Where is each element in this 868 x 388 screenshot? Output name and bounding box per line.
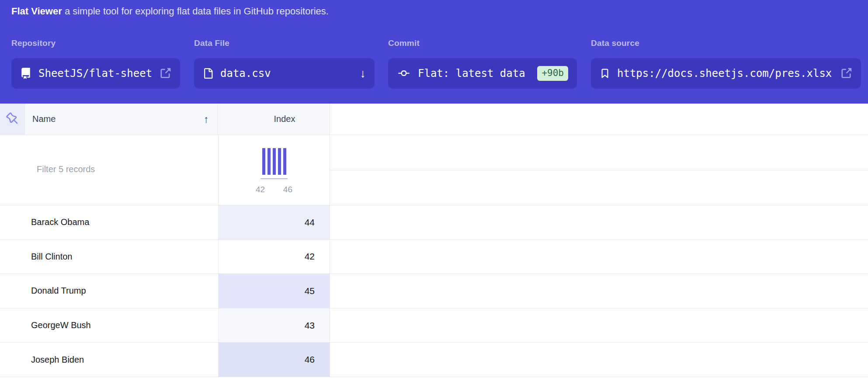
data-table: Name ↑ Index 42 46 Barack Oba — [0, 104, 868, 388]
repository-value: SheetJS/flat-sheet — [38, 67, 152, 80]
name-cell: Bill Clinton — [31, 240, 72, 274]
name-cell: Donald Trump — [31, 274, 86, 308]
flat-viewer-app: Flat Viewer a simple tool for exploring … — [0, 0, 868, 388]
sticky-column-toggle[interactable] — [0, 104, 25, 135]
table-row: Joseph Biden 46 — [0, 343, 868, 377]
index-cell: 45 — [218, 274, 330, 308]
index-histogram[interactable]: 42 46 — [219, 135, 330, 205]
page-title: Flat Viewer a simple tool for exploring … — [11, 6, 329, 17]
index-cell: 42 — [218, 240, 330, 274]
diffstat-badge: +90b — [537, 66, 568, 81]
sort-ascending-icon: ↑ — [204, 114, 209, 125]
column-header-index[interactable]: Index — [219, 104, 330, 135]
table-body: Barack Obama 44 Bill Clinton 42 Donald T… — [0, 205, 868, 377]
name-cell: GeorgeW Bush — [31, 308, 91, 343]
file-icon — [203, 68, 213, 79]
commit-button[interactable]: Flat: latest data +90b — [388, 58, 577, 89]
repository-button[interactable]: SheetJS/flat-sheet — [11, 58, 180, 89]
commit-control: Commit Flat: latest data +90b — [388, 38, 577, 89]
filter-input[interactable] — [36, 159, 193, 179]
app-tagline: a simple tool for exploring flat data fi… — [62, 6, 329, 17]
histogram-max-label: 46 — [283, 185, 292, 194]
index-histogram-bars — [262, 148, 286, 175]
table-row: Barack Obama 44 — [0, 205, 868, 240]
topbar: Flat Viewer a simple tool for exploring … — [0, 0, 868, 104]
data-source-label: Data source — [591, 38, 861, 48]
external-link-icon — [159, 67, 171, 80]
table-row: GeorgeW Bush 43 — [0, 308, 868, 343]
git-commit-icon — [397, 68, 411, 79]
data-source-button[interactable]: https://docs.sheetjs.com/pres.xlsx — [591, 58, 861, 89]
repository-control: Repository SheetJS/flat-sheet — [11, 38, 180, 89]
table-header-row: Name ↑ Index — [0, 104, 868, 135]
table-row: Donald Trump 45 — [0, 274, 868, 308]
index-cell: 46 — [218, 343, 330, 377]
data-file-label: Data File — [194, 38, 375, 48]
bookmark-icon — [600, 68, 610, 79]
data-file-control: Data File data.csv ↓ — [194, 38, 375, 89]
repo-icon — [20, 68, 31, 79]
data-file-button[interactable]: data.csv ↓ — [194, 58, 375, 89]
dropdown-down-arrow-icon: ↓ — [360, 68, 366, 80]
filler-divider — [330, 170, 868, 170]
external-link-icon — [840, 67, 852, 80]
index-cell: 43 — [218, 308, 330, 343]
repository-label: Repository — [11, 38, 180, 48]
commit-message: Flat: latest data — [418, 67, 525, 80]
name-cell: Joseph Biden — [31, 343, 84, 377]
pushpin-icon — [6, 112, 18, 126]
app-name: Flat Viewer — [11, 6, 62, 17]
column-header-name[interactable]: Name ↑ — [25, 104, 218, 135]
commit-label: Commit — [388, 38, 577, 48]
table-row: Bill Clinton 42 — [0, 240, 868, 274]
data-source-url: https://docs.sheetjs.com/pres.xlsx — [617, 67, 832, 80]
histogram-min-label: 42 — [256, 185, 265, 194]
index-cell: 44 — [218, 205, 330, 239]
data-source-control: Data source https://docs.sheetjs.com/pre… — [591, 38, 861, 89]
histogram-baseline — [260, 178, 288, 179]
data-file-value: data.csv — [220, 67, 271, 80]
name-cell: Barack Obama — [31, 205, 89, 239]
